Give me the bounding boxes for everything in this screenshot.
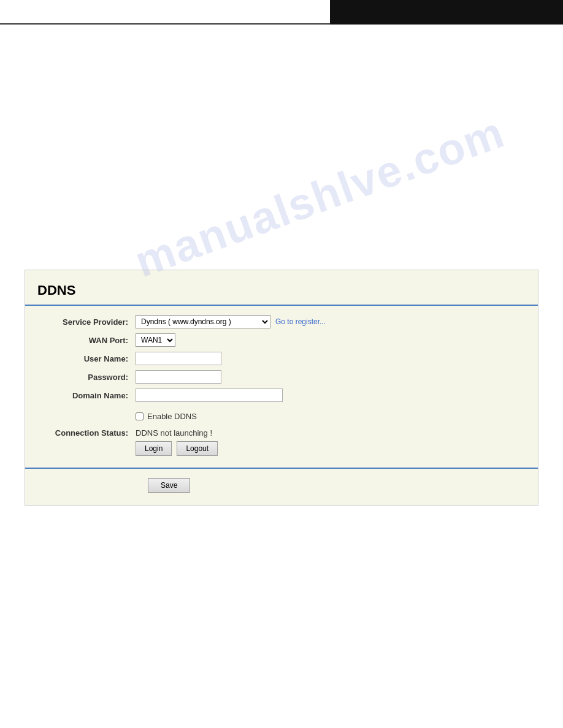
ddns-title: DDNS: [25, 282, 538, 305]
connection-status-label: Connection Status:: [37, 428, 136, 438]
enable-ddns-checkbox[interactable]: [136, 412, 144, 420]
connection-status-row: Connection Status: DDNS not launching ! …: [25, 426, 538, 458]
save-row: Save: [25, 478, 538, 493]
enable-ddns-row: Enable DDNS: [25, 407, 538, 426]
login-button[interactable]: Login: [136, 441, 172, 456]
password-row: Password:: [25, 370, 538, 384]
save-button[interactable]: Save: [148, 478, 190, 493]
user-name-controls: [136, 352, 221, 365]
user-name-input[interactable]: [136, 352, 221, 365]
domain-name-label: Domain Name:: [37, 391, 136, 400]
service-provider-row: Service Provider: Dyndns ( www.dyndns.or…: [25, 315, 538, 328]
top-header: [0, 0, 563, 25]
service-provider-controls: Dyndns ( www.dyndns.org ) No-IP ( www.no…: [136, 315, 326, 328]
enable-ddns-label: Enable DDNS: [147, 412, 197, 421]
password-label: Password:: [37, 373, 136, 382]
wan-port-row: WAN Port: WAN1 WAN2: [25, 333, 538, 347]
service-provider-label: Service Provider:: [37, 317, 136, 327]
logout-button[interactable]: Logout: [177, 441, 218, 456]
user-name-row: User Name:: [25, 352, 538, 365]
wan-port-controls: WAN1 WAN2: [136, 333, 175, 347]
ddns-divider-bottom: [25, 468, 538, 469]
status-text: DDNS not launching !: [136, 428, 218, 438]
user-name-label: User Name:: [37, 354, 136, 363]
password-input[interactable]: [136, 370, 221, 384]
header-left: [0, 0, 330, 25]
domain-name-input[interactable]: [136, 389, 283, 402]
connection-status-content: DDNS not launching ! Login Logout: [136, 428, 218, 456]
main-content: DDNS Service Provider: Dyndns ( www.dynd…: [0, 37, 563, 518]
service-provider-select[interactable]: Dyndns ( www.dyndns.org ) No-IP ( www.no…: [136, 315, 270, 328]
ddns-divider-top: [25, 305, 538, 306]
wan-port-label: WAN Port:: [37, 336, 136, 345]
login-logout-buttons: Login Logout: [136, 441, 218, 456]
header-right: [330, 0, 563, 25]
go-to-register-link[interactable]: Go to register...: [275, 317, 326, 326]
password-controls: [136, 370, 221, 384]
domain-name-controls: [136, 389, 283, 402]
wan-port-select[interactable]: WAN1 WAN2: [136, 333, 175, 347]
ddns-section: DDNS Service Provider: Dyndns ( www.dynd…: [25, 270, 538, 506]
domain-name-row: Domain Name:: [25, 389, 538, 402]
